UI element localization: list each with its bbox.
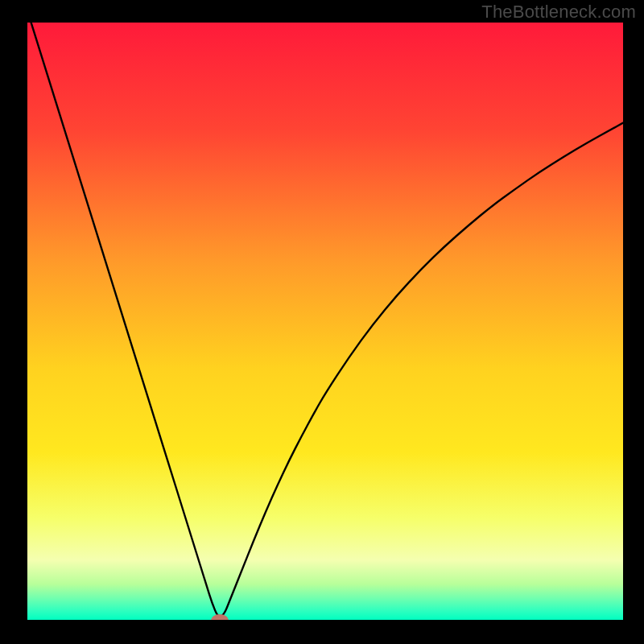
plot-svg bbox=[27, 23, 623, 620]
plot-area bbox=[27, 23, 623, 620]
chart-frame: TheBottleneck.com bbox=[0, 0, 644, 644]
watermark-text: TheBottleneck.com bbox=[481, 2, 636, 23]
gradient-background bbox=[27, 23, 623, 620]
